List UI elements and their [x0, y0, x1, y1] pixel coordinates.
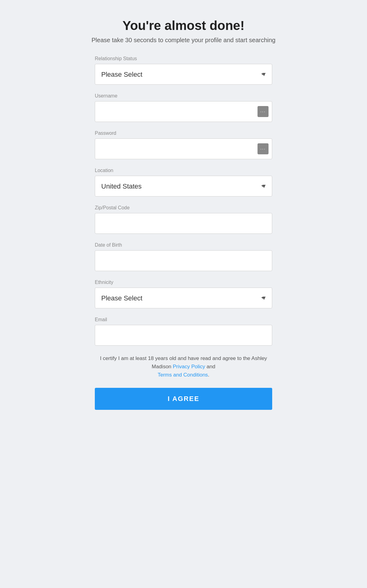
- username-input-wrapper: ···: [95, 101, 272, 122]
- email-input[interactable]: [95, 325, 272, 346]
- email-group: Email: [95, 317, 272, 346]
- cert-text-after: .: [208, 372, 209, 378]
- password-dots-icon: ···: [258, 143, 269, 154]
- relationship-status-select-wrapper: Please Select Single Married In a Relati…: [95, 64, 272, 85]
- relationship-status-select[interactable]: Please Select Single Married In a Relati…: [95, 64, 272, 85]
- username-group: Username ···: [95, 93, 272, 122]
- username-dots-icon: ···: [258, 106, 269, 117]
- password-input-wrapper: ···: [95, 138, 272, 159]
- ethnicity-label: Ethnicity: [95, 280, 272, 285]
- location-group: Location United States Canada United Kin…: [95, 168, 272, 197]
- agree-button[interactable]: I AGREE: [95, 388, 272, 410]
- zip-code-label: Zip/Postal Code: [95, 205, 272, 211]
- relationship-status-group: Relationship Status Please Select Single…: [95, 56, 272, 85]
- cert-text-middle: and: [205, 364, 215, 369]
- dob-label: Date of Birth: [95, 242, 272, 248]
- certification-text: I certify I am at least 18 years old and…: [95, 354, 272, 379]
- email-label: Email: [95, 317, 272, 322]
- page-subtitle: Please take 30 seconds to complete your …: [91, 37, 275, 44]
- zip-code-group: Zip/Postal Code: [95, 205, 272, 234]
- terms-link[interactable]: Terms and Conditions: [158, 372, 208, 378]
- dob-group: Date of Birth: [95, 242, 272, 271]
- ethnicity-select[interactable]: Please Select Asian Black/African Americ…: [95, 288, 272, 308]
- location-label: Location: [95, 168, 272, 173]
- ethnicity-group: Ethnicity Please Select Asian Black/Afri…: [95, 280, 272, 308]
- password-input[interactable]: [95, 138, 272, 159]
- dob-input[interactable]: [95, 250, 272, 271]
- username-label: Username: [95, 93, 272, 99]
- password-label: Password: [95, 130, 272, 136]
- zip-code-input[interactable]: [95, 213, 272, 234]
- page-container: You're almost done! Please take 30 secon…: [52, 12, 315, 410]
- relationship-status-label: Relationship Status: [95, 56, 272, 61]
- privacy-policy-link[interactable]: Privacy Policy: [173, 364, 205, 369]
- page-title: You're almost done!: [123, 18, 245, 33]
- form-container: Relationship Status Please Select Single…: [95, 56, 272, 410]
- location-select[interactable]: United States Canada United Kingdom Aust…: [95, 176, 272, 197]
- password-group: Password ···: [95, 130, 272, 159]
- ethnicity-select-wrapper: Please Select Asian Black/African Americ…: [95, 288, 272, 308]
- location-select-wrapper: United States Canada United Kingdom Aust…: [95, 176, 272, 197]
- username-input[interactable]: [95, 101, 272, 122]
